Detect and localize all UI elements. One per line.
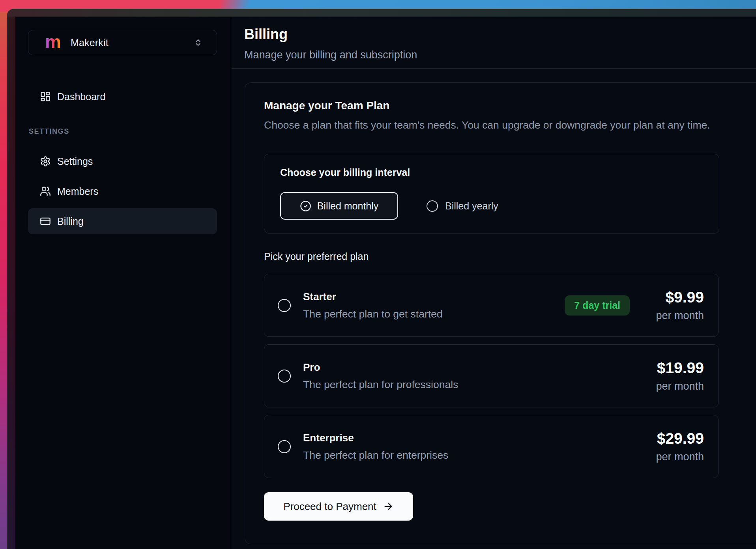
billed-yearly-label: Billed yearly <box>445 200 498 212</box>
workspace-name: Makerkit <box>71 37 109 49</box>
plan-price: $29.99 <box>645 430 704 447</box>
team-plan-card: Manage your Team Plan Choose a plan that… <box>245 82 756 544</box>
page-subtitle: Manage your billing and subscription <box>244 49 417 61</box>
plan-price-block: $19.99 per month <box>645 359 704 392</box>
members-icon <box>40 186 51 197</box>
pick-plan-label: Pick your preferred plan <box>264 251 369 262</box>
proceed-to-payment-button[interactable]: Proceed to Payment <box>264 492 413 521</box>
chevron-up-down-icon <box>194 38 202 47</box>
sidebar-item-settings[interactable]: Settings <box>28 149 217 173</box>
card-description: Choose a plan that fits your team's need… <box>264 119 710 131</box>
plan-info: Enterprise The perfect plan for enterpri… <box>303 432 448 461</box>
makerkit-logo: m <box>45 33 61 51</box>
proceed-button-label: Proceed to Payment <box>283 500 376 513</box>
plan-list: Starter The perfect plan to get started … <box>264 274 719 478</box>
radio-icon <box>427 200 438 212</box>
plan-period: per month <box>645 451 704 463</box>
billing-interval-label: Choose your billing interval <box>280 167 410 178</box>
trial-badge: 7 day trial <box>565 295 630 316</box>
billed-monthly-label: Billed monthly <box>317 200 379 212</box>
circle-check-icon <box>300 200 311 212</box>
sidebar-item-label: Settings <box>57 156 93 167</box>
sidebar-section-settings: SETTINGS <box>29 127 69 136</box>
sidebar-item-dashboard[interactable]: Dashboard <box>28 85 217 108</box>
sidebar: m Makerkit Dashboard SETTINGS Settings M… <box>15 17 231 549</box>
gear-icon <box>40 156 51 167</box>
plan-price-block: $29.99 per month <box>645 430 704 463</box>
dashboard-icon <box>40 91 51 102</box>
workspace-selector[interactable]: m Makerkit <box>28 30 217 55</box>
arrow-right-icon <box>383 501 394 512</box>
sidebar-item-members[interactable]: Members <box>28 179 217 203</box>
plan-price: $9.99 <box>645 289 704 306</box>
app-window: m Makerkit Dashboard SETTINGS Settings M… <box>7 9 756 549</box>
plan-price: $19.99 <box>645 359 704 377</box>
plan-info: Starter The perfect plan to get started <box>303 291 443 320</box>
plan-name: Pro <box>303 361 458 373</box>
window-left-edge-tint <box>7 17 15 549</box>
billing-interval-controls: Billed monthly Billed yearly <box>280 192 498 220</box>
credit-card-icon <box>40 216 51 227</box>
sidebar-item-label: Billing <box>57 216 84 227</box>
plan-description: The perfect plan to get started <box>303 308 443 320</box>
plan-row-pro[interactable]: Pro The perfect plan for professionals $… <box>264 344 719 407</box>
billed-monthly-option[interactable]: Billed monthly <box>280 192 398 220</box>
plan-period: per month <box>645 380 704 392</box>
sidebar-item-label: Dashboard <box>57 91 105 103</box>
plan-period: per month <box>645 310 704 322</box>
radio-icon[interactable] <box>278 440 291 453</box>
plan-name: Enterprise <box>303 432 448 444</box>
plan-row-starter[interactable]: Starter The perfect plan to get started … <box>264 274 719 337</box>
card-title: Manage your Team Plan <box>264 99 389 112</box>
plan-price-block: $9.99 per month <box>645 289 704 322</box>
sidebar-item-label: Members <box>57 186 98 197</box>
plan-name: Starter <box>303 291 443 303</box>
page-title: Billing <box>244 26 288 43</box>
plan-row-enterprise[interactable]: Enterprise The perfect plan for enterpri… <box>264 415 719 478</box>
header-divider <box>232 68 756 69</box>
billed-yearly-option[interactable]: Billed yearly <box>427 200 498 212</box>
billing-interval-group: Choose your billing interval Billed mont… <box>264 154 719 233</box>
radio-icon[interactable] <box>278 370 291 383</box>
radio-icon[interactable] <box>278 299 291 312</box>
main-content: Billing Manage your billing and subscrip… <box>232 17 756 549</box>
window-top-band <box>7 9 756 17</box>
plan-description: The perfect plan for professionals <box>303 379 458 391</box>
plan-info: Pro The perfect plan for professionals <box>303 361 458 391</box>
sidebar-item-billing[interactable]: Billing <box>28 208 217 234</box>
plan-description: The perfect plan for enterprises <box>303 449 448 461</box>
